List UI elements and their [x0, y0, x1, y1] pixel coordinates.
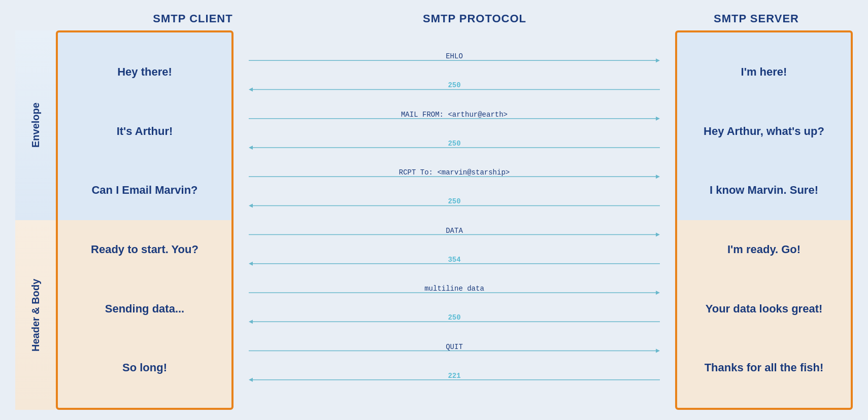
- svg-text:250: 250: [448, 313, 460, 322]
- server-msg-2: I know Marvin. Sure!: [710, 183, 818, 198]
- protocol-area: EHLO250MAIL FROM: <arthur@earth>250RCPT …: [233, 30, 675, 410]
- svg-text:RCPT To: <marvin@starship>: RCPT To: <marvin@starship>: [399, 168, 510, 177]
- svg-text:DATA: DATA: [446, 227, 463, 235]
- svg-marker-34: [249, 378, 253, 382]
- svg-text:MAIL FROM: <arthur@earth>: MAIL FROM: <arthur@earth>: [401, 111, 508, 119]
- client-msg-5: So long!: [122, 361, 167, 375]
- client-msg-4: Sending data...: [105, 302, 184, 317]
- server-box: I'm here! Hey Arthur, what's up? I know …: [675, 30, 853, 410]
- server-msg-3: I'm ready. Go!: [727, 242, 800, 257]
- server-msg-4: Your data looks great!: [706, 302, 823, 317]
- body-label: Header & Body: [15, 220, 56, 410]
- client-header: SMTP CLIENT: [96, 12, 289, 25]
- server-msg-0: I'm here!: [741, 65, 787, 80]
- left-labels: Envelope Header & Body: [15, 30, 56, 410]
- client-box: Hey there! It's Arthur! Can I Email Marv…: [56, 30, 233, 410]
- svg-marker-31: [656, 349, 660, 353]
- svg-text:354: 354: [448, 256, 460, 264]
- svg-marker-1: [656, 58, 660, 62]
- client-msg-3: Ready to start. You?: [91, 242, 198, 257]
- client-msg-1: It's Arthur!: [117, 124, 173, 139]
- svg-text:EHLO: EHLO: [446, 52, 463, 60]
- svg-text:250: 250: [448, 139, 460, 148]
- svg-text:250: 250: [448, 81, 460, 89]
- server-header: SMTP SERVER: [660, 12, 853, 25]
- client-msg-0: Hey there!: [117, 65, 172, 80]
- svg-marker-25: [656, 291, 660, 295]
- svg-marker-10: [249, 146, 253, 150]
- svg-marker-4: [249, 87, 253, 91]
- client-msg-2: Can I Email Marvin?: [91, 183, 197, 198]
- server-msg-1: Hey Arthur, what's up?: [704, 124, 824, 139]
- svg-marker-19: [656, 233, 660, 237]
- main-diagram: Envelope Header & Body Hey there! It's A…: [15, 30, 853, 410]
- svg-marker-16: [249, 203, 253, 207]
- protocol-header: SMTP PROTOCOL: [289, 12, 660, 25]
- svg-marker-7: [656, 117, 660, 121]
- column-headers: SMTP CLIENT SMTP PROTOCOL SMTP SERVER: [15, 12, 853, 25]
- diagram-wrapper: SMTP CLIENT SMTP PROTOCOL SMTP SERVER En…: [15, 12, 853, 408]
- svg-text:221: 221: [448, 372, 460, 380]
- server-msg-5: Thanks for all the fish!: [705, 361, 824, 375]
- envelope-label: Envelope: [15, 30, 56, 220]
- svg-marker-22: [249, 262, 253, 266]
- svg-text:250: 250: [448, 197, 460, 205]
- svg-text:QUIT: QUIT: [446, 343, 463, 351]
- svg-marker-13: [656, 174, 660, 179]
- svg-marker-28: [249, 320, 253, 324]
- svg-text:multiline data: multiline data: [424, 285, 484, 293]
